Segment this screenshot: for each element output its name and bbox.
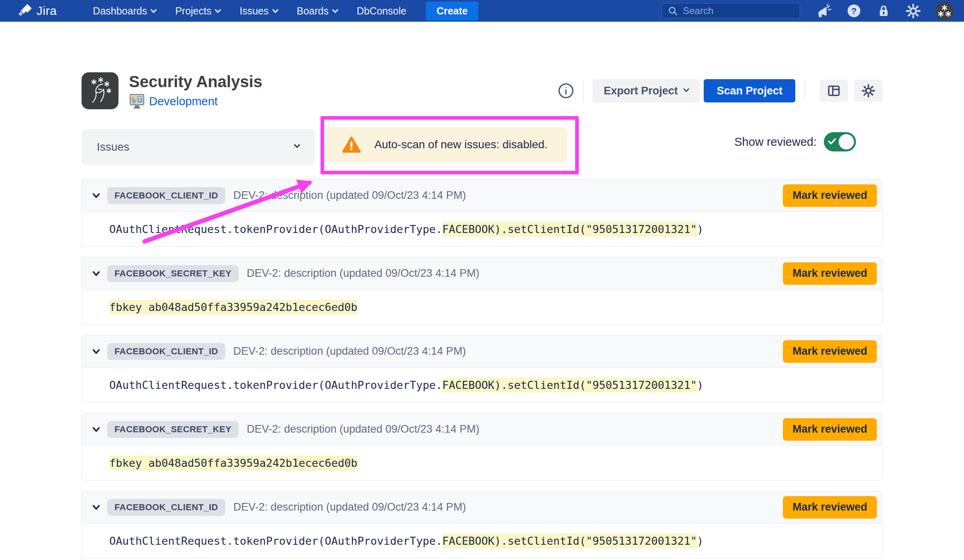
issue-card-header: FACEBOOK_CLIENT_ID DEV-2: description (u… — [82, 180, 882, 212]
collapse-chevron-icon[interactable] — [92, 426, 101, 433]
issue-card-header: FACEBOOK_CLIENT_ID DEV-2: description (u… — [82, 335, 882, 368]
project-subtitle: Development — [129, 94, 262, 109]
show-reviewed-label: Show reviewed: — [734, 135, 817, 149]
page-title: Security Analysis — [129, 73, 262, 90]
issue-card: FACEBOOK_CLIENT_ID DEV-2: description (u… — [82, 179, 882, 247]
secret-type-badge: FACEBOOK_CLIENT_ID — [107, 187, 225, 204]
chevron-down-icon — [151, 6, 157, 13]
issues-filter-dropdown[interactable]: Issues — [82, 129, 315, 165]
chevron-down-icon — [332, 6, 339, 13]
svg-text:?: ? — [851, 6, 857, 16]
autoscan-warning-text: Auto-scan of new issues: disabled. — [374, 138, 547, 151]
issue-title: DEV-2: description (updated 09/Oct/23 4:… — [247, 267, 479, 280]
chevron-down-icon — [683, 86, 690, 92]
issue-card: FACEBOOK_SECRET_KEY DEV-2: description (… — [82, 257, 882, 325]
nav-item-boards[interactable]: Boards — [297, 5, 337, 17]
nav-item-dashboards[interactable]: Dashboards — [93, 5, 156, 17]
code-plain: ) — [697, 379, 703, 391]
issue-card-header: FACEBOOK_CLIENT_ID DEV-2: description (u… — [82, 491, 882, 523]
issue-title: DEV-2: description (updated 09/Oct/23 4:… — [233, 501, 466, 513]
create-button[interactable]: Create — [426, 2, 479, 20]
nav-item-label: Issues — [239, 5, 268, 17]
secret-type-badge: FACEBOOK_CLIENT_ID — [107, 499, 225, 516]
collapse-chevron-icon[interactable] — [92, 504, 101, 511]
lock-icon[interactable] — [876, 4, 891, 18]
show-reviewed-toggle[interactable] — [824, 132, 856, 151]
search-box[interactable] — [662, 3, 800, 18]
collapse-chevron-icon[interactable] — [92, 270, 101, 277]
issue-title: DEV-2: description (updated 09/Oct/23 4:… — [247, 423, 479, 435]
mark-reviewed-button[interactable]: Mark reviewed — [783, 184, 877, 207]
export-project-label: Export Project — [604, 85, 678, 97]
code-plain: OAuthClientRequest.tokenProvider(OAuthPr… — [109, 379, 442, 391]
chevron-down-icon — [294, 142, 300, 148]
issue-card: FACEBOOK_SECRET_KEY DEV-2: description (… — [82, 413, 882, 480]
nav-icon-cluster: ? — [817, 2, 954, 20]
main-content: Security Analysis Development — [0, 72, 964, 558]
mark-reviewed-button[interactable]: Mark reviewed — [783, 496, 877, 519]
code-highlighted-secret: FACEBOOK).setClientId("950513172001321" — [442, 222, 697, 237]
nav-item-projects[interactable]: Projects — [175, 5, 220, 17]
issue-card-header: FACEBOOK_SECRET_KEY DEV-2: description (… — [82, 413, 882, 446]
issue-code-snippet: OAuthClientRequest.tokenProvider(OAuthPr… — [82, 523, 882, 558]
secret-type-badge: FACEBOOK_CLIENT_ID — [107, 343, 225, 360]
warning-triangle-icon — [342, 136, 361, 153]
mark-reviewed-button[interactable]: Mark reviewed — [783, 340, 877, 363]
project-avatar — [82, 72, 118, 109]
jira-logo-icon — [18, 4, 33, 18]
show-reviewed-control: Show reviewed: — [734, 132, 856, 151]
filter-row: Issues Auto-scan of new issues: disabled… — [82, 109, 882, 176]
mark-reviewed-button[interactable]: Mark reviewed — [783, 262, 877, 285]
check-icon — [828, 137, 837, 145]
nav-menu: Dashboards Projects Issues Boards DbCons… — [93, 5, 406, 17]
issue-card: FACEBOOK_CLIENT_ID DEV-2: description (u… — [82, 335, 882, 403]
jira-logo-text: Jira — [37, 4, 57, 18]
nav-item-label: Dashboards — [93, 5, 147, 17]
jira-logo[interactable]: Jira — [18, 4, 57, 18]
issues-filter-value: Issues — [97, 141, 129, 153]
help-icon[interactable]: ? — [846, 3, 862, 18]
issue-code-snippet: OAuthClientRequest.tokenProvider(OAuthPr… — [82, 368, 882, 402]
development-category-icon — [129, 94, 145, 109]
secret-type-badge: FACEBOOK_SECRET_KEY — [107, 265, 239, 282]
divider — [583, 79, 584, 102]
layout-panel-button[interactable] — [820, 80, 848, 102]
nav-item-label: DbConsole — [357, 5, 406, 17]
issue-title: DEV-2: description (updated 09/Oct/23 4:… — [233, 345, 466, 358]
user-avatar[interactable] — [935, 2, 954, 20]
nav-item-issues[interactable]: Issues — [239, 5, 277, 17]
issue-code-snippet: OAuthClientRequest.tokenProvider(OAuthPr… — [82, 212, 882, 246]
info-icon[interactable] — [558, 82, 574, 99]
nav-item-label: Boards — [297, 5, 329, 17]
code-plain: ) — [697, 535, 703, 547]
divider — [804, 79, 805, 102]
search-input[interactable] — [683, 5, 794, 16]
issue-card-header: FACEBOOK_SECRET_KEY DEV-2: description (… — [82, 258, 882, 290]
code-plain: OAuthClientRequest.tokenProvider(OAuthPr… — [109, 223, 442, 235]
collapse-chevron-icon[interactable] — [92, 192, 101, 199]
top-navbar: Jira Dashboards Projects Issues Boards D… — [0, 0, 964, 22]
collapse-chevron-icon[interactable] — [92, 348, 101, 355]
scan-project-button[interactable]: Scan Project — [704, 79, 795, 102]
issue-title: DEV-2: description (updated 09/Oct/23 4:… — [233, 189, 466, 202]
secret-type-badge: FACEBOOK_SECRET_KEY — [107, 421, 239, 438]
project-titles: Security Analysis Development — [129, 73, 262, 109]
autoscan-warning-banner: Auto-scan of new issues: disabled. — [326, 127, 567, 162]
export-project-button[interactable]: Export Project — [592, 79, 700, 102]
code-highlighted-secret: fbkey ab048ad50ffa33959a242b1ecec6ed0b — [109, 300, 357, 315]
announcements-icon[interactable] — [817, 4, 831, 18]
header-actions: Export Project Scan Project — [558, 79, 882, 102]
nav-item-label: Projects — [175, 5, 211, 17]
mark-reviewed-button[interactable]: Mark reviewed — [783, 418, 877, 441]
chevron-down-icon — [215, 6, 221, 13]
settings-gear-icon[interactable] — [906, 4, 921, 18]
code-plain: OAuthClientRequest.tokenProvider(OAuthPr… — [109, 535, 442, 547]
code-highlighted-secret: fbkey ab048ad50ffa33959a242b1ecec6ed0b — [109, 456, 357, 470]
breadcrumb-development-link[interactable]: Development — [149, 95, 218, 108]
nav-item-dbconsole[interactable]: DbConsole — [357, 5, 406, 17]
project-header: Security Analysis Development — [82, 72, 882, 109]
issue-code-snippet: fbkey ab048ad50ffa33959a242b1ecec6ed0b — [82, 446, 882, 480]
project-settings-gear-button[interactable] — [854, 80, 882, 102]
chevron-down-icon — [272, 6, 278, 13]
issue-card: FACEBOOK_CLIENT_ID DEV-2: description (u… — [82, 491, 882, 558]
